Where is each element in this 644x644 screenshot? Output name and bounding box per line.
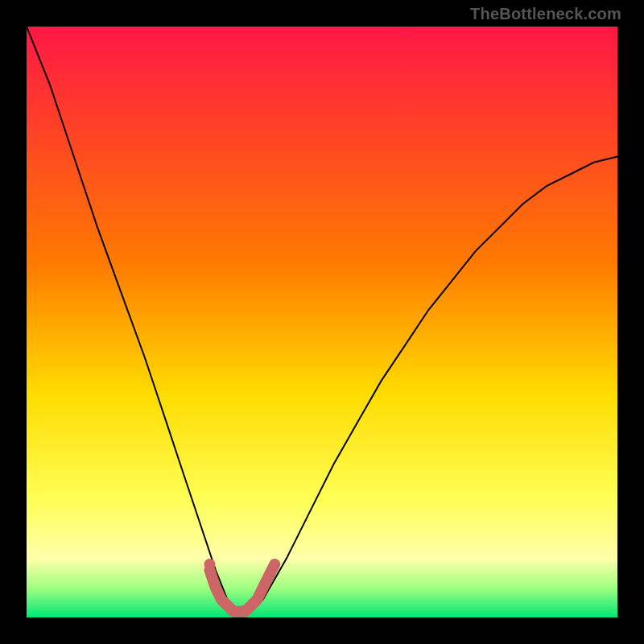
accent-dot-icon (204, 559, 216, 570)
plot-area (27, 27, 617, 617)
gradient-background (27, 27, 617, 617)
bottleneck-chart-svg (27, 27, 617, 617)
watermark-label: TheBottleneck.com (470, 5, 621, 23)
chart-frame: TheBottleneck.com (0, 0, 644, 644)
